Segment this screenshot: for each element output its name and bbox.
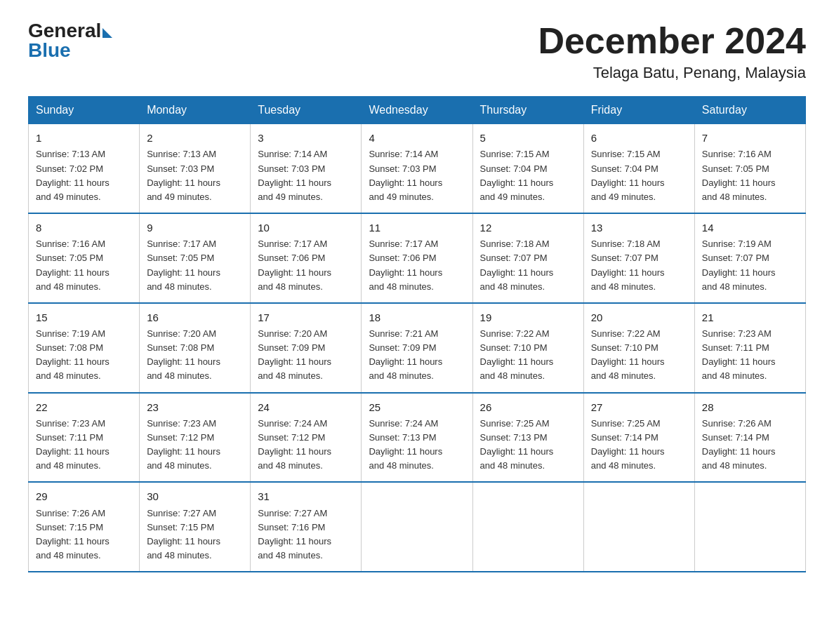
day-number: 31	[258, 488, 354, 504]
day-number: 14	[702, 220, 798, 236]
calendar-cell: 31Sunrise: 7:27 AM Sunset: 7:16 PM Dayli…	[251, 482, 362, 572]
day-number: 4	[369, 130, 465, 146]
day-info: Sunrise: 7:25 AM Sunset: 7:14 PM Dayligh…	[591, 417, 687, 474]
day-number: 9	[147, 220, 243, 236]
header-day-friday: Friday	[583, 97, 694, 124]
day-number: 24	[258, 399, 354, 415]
calendar-cell: 8Sunrise: 7:16 AM Sunset: 7:05 PM Daylig…	[29, 213, 140, 303]
day-number: 29	[36, 488, 132, 504]
calendar-week-row: 22Sunrise: 7:23 AM Sunset: 7:11 PM Dayli…	[29, 393, 806, 483]
day-info: Sunrise: 7:21 AM Sunset: 7:09 PM Dayligh…	[369, 327, 465, 384]
day-number: 15	[36, 309, 132, 326]
calendar-cell: 22Sunrise: 7:23 AM Sunset: 7:11 PM Dayli…	[29, 393, 140, 483]
calendar-cell: 15Sunrise: 7:19 AM Sunset: 7:08 PM Dayli…	[29, 303, 140, 393]
logo-arrow-icon	[102, 28, 112, 38]
day-info: Sunrise: 7:14 AM Sunset: 7:03 PM Dayligh…	[369, 147, 465, 204]
title-block: December 2024 Telaga Batu, Penang, Malay…	[538, 21, 806, 82]
day-info: Sunrise: 7:23 AM Sunset: 7:11 PM Dayligh…	[702, 327, 798, 384]
day-info: Sunrise: 7:27 AM Sunset: 7:15 PM Dayligh…	[147, 507, 243, 563]
calendar-cell: 4Sunrise: 7:14 AM Sunset: 7:03 PM Daylig…	[362, 124, 472, 213]
location-subtitle: Telaga Batu, Penang, Malaysia	[538, 64, 806, 82]
day-info: Sunrise: 7:20 AM Sunset: 7:09 PM Dayligh…	[258, 327, 354, 384]
calendar-cell: 16Sunrise: 7:20 AM Sunset: 7:08 PM Dayli…	[140, 303, 251, 393]
calendar-cell: 18Sunrise: 7:21 AM Sunset: 7:09 PM Dayli…	[362, 303, 472, 393]
calendar-cell: 13Sunrise: 7:18 AM Sunset: 7:07 PM Dayli…	[583, 213, 694, 303]
calendar-cell: 5Sunrise: 7:15 AM Sunset: 7:04 PM Daylig…	[472, 124, 583, 213]
day-number: 22	[36, 399, 132, 415]
logo-general-text: General	[28, 21, 101, 41]
calendar-cell: 10Sunrise: 7:17 AM Sunset: 7:06 PM Dayli…	[251, 213, 362, 303]
logo-blue-text: Blue	[28, 41, 112, 60]
day-info: Sunrise: 7:22 AM Sunset: 7:10 PM Dayligh…	[480, 327, 576, 384]
header-day-monday: Monday	[140, 97, 251, 124]
day-number: 10	[258, 220, 354, 236]
calendar-cell: 2Sunrise: 7:13 AM Sunset: 7:03 PM Daylig…	[140, 124, 251, 213]
day-number: 18	[369, 309, 465, 326]
day-number: 20	[591, 309, 687, 326]
day-info: Sunrise: 7:15 AM Sunset: 7:04 PM Dayligh…	[591, 147, 687, 204]
day-info: Sunrise: 7:20 AM Sunset: 7:08 PM Dayligh…	[147, 327, 243, 384]
calendar-cell: 17Sunrise: 7:20 AM Sunset: 7:09 PM Dayli…	[251, 303, 362, 393]
day-number: 19	[480, 309, 576, 326]
day-number: 5	[480, 130, 576, 146]
calendar-cell	[472, 482, 583, 572]
calendar-week-row: 29Sunrise: 7:26 AM Sunset: 7:15 PM Dayli…	[29, 482, 806, 572]
day-number: 12	[480, 220, 576, 236]
day-number: 11	[369, 220, 465, 236]
calendar-week-row: 1Sunrise: 7:13 AM Sunset: 7:02 PM Daylig…	[29, 124, 806, 213]
header-day-thursday: Thursday	[472, 97, 583, 124]
day-number: 30	[147, 488, 243, 504]
header-day-sunday: Sunday	[29, 97, 140, 124]
day-number: 25	[369, 399, 465, 415]
page-header: General Blue December 2024 Telaga Batu, …	[28, 21, 806, 82]
header-row: SundayMondayTuesdayWednesdayThursdayFrid…	[29, 97, 806, 124]
calendar-cell	[362, 482, 472, 572]
day-number: 21	[702, 309, 798, 326]
calendar-cell: 25Sunrise: 7:24 AM Sunset: 7:13 PM Dayli…	[362, 393, 472, 483]
calendar-cell: 29Sunrise: 7:26 AM Sunset: 7:15 PM Dayli…	[29, 482, 140, 572]
day-number: 2	[147, 130, 243, 146]
day-info: Sunrise: 7:19 AM Sunset: 7:07 PM Dayligh…	[702, 237, 798, 294]
calendar-body: 1Sunrise: 7:13 AM Sunset: 7:02 PM Daylig…	[29, 124, 806, 572]
day-info: Sunrise: 7:23 AM Sunset: 7:11 PM Dayligh…	[36, 417, 132, 474]
calendar-cell: 11Sunrise: 7:17 AM Sunset: 7:06 PM Dayli…	[362, 213, 472, 303]
calendar-cell: 9Sunrise: 7:17 AM Sunset: 7:05 PM Daylig…	[140, 213, 251, 303]
day-info: Sunrise: 7:25 AM Sunset: 7:13 PM Dayligh…	[480, 417, 576, 474]
day-number: 26	[480, 399, 576, 415]
day-info: Sunrise: 7:15 AM Sunset: 7:04 PM Dayligh…	[480, 147, 576, 204]
calendar-cell: 24Sunrise: 7:24 AM Sunset: 7:12 PM Dayli…	[251, 393, 362, 483]
calendar-cell	[694, 482, 805, 572]
calendar-cell: 27Sunrise: 7:25 AM Sunset: 7:14 PM Dayli…	[583, 393, 694, 483]
calendar-cell: 19Sunrise: 7:22 AM Sunset: 7:10 PM Dayli…	[472, 303, 583, 393]
month-year-title: December 2024	[538, 21, 806, 61]
logo: General Blue	[28, 21, 112, 60]
day-info: Sunrise: 7:22 AM Sunset: 7:10 PM Dayligh…	[591, 327, 687, 384]
day-info: Sunrise: 7:24 AM Sunset: 7:13 PM Dayligh…	[369, 417, 465, 474]
day-info: Sunrise: 7:13 AM Sunset: 7:03 PM Dayligh…	[147, 147, 243, 204]
header-day-tuesday: Tuesday	[251, 97, 362, 124]
day-info: Sunrise: 7:17 AM Sunset: 7:05 PM Dayligh…	[147, 237, 243, 294]
day-info: Sunrise: 7:14 AM Sunset: 7:03 PM Dayligh…	[258, 147, 354, 204]
calendar-cell: 28Sunrise: 7:26 AM Sunset: 7:14 PM Dayli…	[694, 393, 805, 483]
day-info: Sunrise: 7:17 AM Sunset: 7:06 PM Dayligh…	[258, 237, 354, 294]
day-info: Sunrise: 7:16 AM Sunset: 7:05 PM Dayligh…	[702, 147, 798, 204]
day-number: 13	[591, 220, 687, 236]
calendar-header: SundayMondayTuesdayWednesdayThursdayFrid…	[29, 97, 806, 124]
day-info: Sunrise: 7:19 AM Sunset: 7:08 PM Dayligh…	[36, 327, 132, 384]
day-number: 1	[36, 130, 132, 146]
header-day-wednesday: Wednesday	[362, 97, 472, 124]
calendar-cell: 23Sunrise: 7:23 AM Sunset: 7:12 PM Dayli…	[140, 393, 251, 483]
day-number: 7	[702, 130, 798, 146]
day-info: Sunrise: 7:26 AM Sunset: 7:14 PM Dayligh…	[702, 417, 798, 474]
day-info: Sunrise: 7:23 AM Sunset: 7:12 PM Dayligh…	[147, 417, 243, 474]
day-info: Sunrise: 7:18 AM Sunset: 7:07 PM Dayligh…	[591, 237, 687, 294]
calendar-cell: 26Sunrise: 7:25 AM Sunset: 7:13 PM Dayli…	[472, 393, 583, 483]
day-number: 8	[36, 220, 132, 236]
calendar-cell: 1Sunrise: 7:13 AM Sunset: 7:02 PM Daylig…	[29, 124, 140, 213]
header-day-saturday: Saturday	[694, 97, 805, 124]
calendar-table: SundayMondayTuesdayWednesdayThursdayFrid…	[28, 96, 806, 572]
calendar-cell: 14Sunrise: 7:19 AM Sunset: 7:07 PM Dayli…	[694, 213, 805, 303]
day-number: 17	[258, 309, 354, 326]
day-info: Sunrise: 7:24 AM Sunset: 7:12 PM Dayligh…	[258, 417, 354, 474]
calendar-cell	[583, 482, 694, 572]
